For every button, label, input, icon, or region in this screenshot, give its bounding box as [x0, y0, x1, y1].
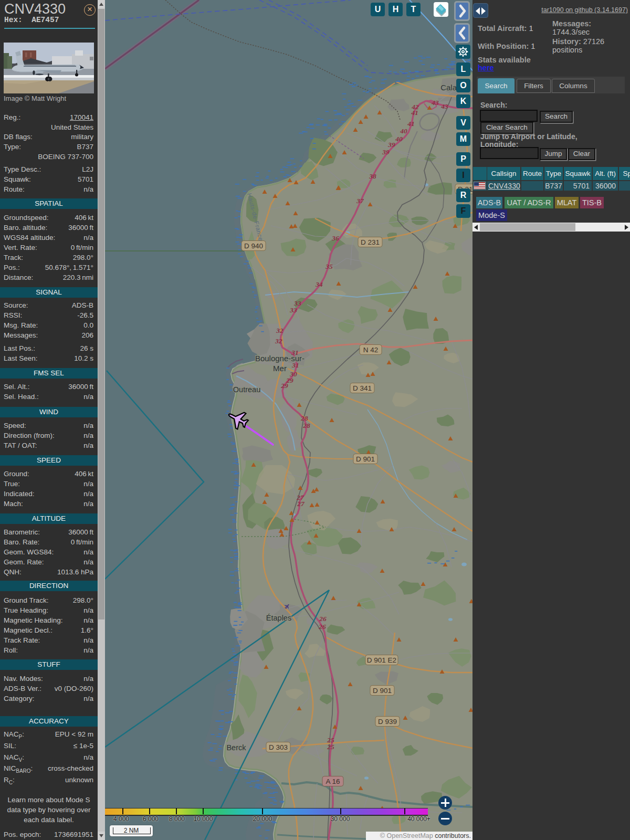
- svg-text:A 16: A 16: [326, 778, 340, 785]
- svg-text:26: 26: [319, 615, 327, 623]
- svg-text:28: 28: [300, 414, 308, 422]
- svg-text:38: 38: [369, 172, 376, 180]
- svg-text:D 939: D 939: [378, 718, 397, 726]
- svg-text:32: 32: [276, 327, 284, 334]
- svg-text:D 901: D 901: [373, 687, 392, 695]
- svg-text:43: 43: [431, 99, 439, 107]
- svg-text:37: 37: [356, 197, 364, 205]
- svg-text:41: 41: [411, 109, 418, 117]
- svg-text:39: 39: [382, 148, 390, 156]
- svg-text:39: 39: [387, 141, 395, 149]
- svg-text:33: 33: [289, 306, 297, 314]
- svg-text:29: 29: [280, 382, 288, 390]
- svg-text:Berck: Berck: [226, 743, 246, 752]
- svg-text:25: 25: [327, 743, 334, 751]
- svg-text:Mer: Mer: [273, 364, 287, 373]
- svg-text:28: 28: [302, 422, 310, 429]
- svg-text:Outreau: Outreau: [233, 385, 260, 394]
- svg-text:D 231: D 231: [361, 238, 380, 246]
- svg-text:40: 40: [400, 127, 407, 135]
- svg-text:N 42: N 42: [363, 346, 379, 354]
- svg-text:D 341: D 341: [353, 384, 372, 392]
- svg-text:43: 43: [440, 102, 448, 110]
- svg-text:40: 40: [395, 135, 403, 143]
- svg-text:D 901: D 901: [356, 455, 375, 463]
- svg-text:D 940: D 940: [244, 242, 263, 250]
- svg-text:35: 35: [325, 262, 333, 270]
- svg-text:Boulogne-sur-: Boulogne-sur-: [255, 354, 304, 363]
- svg-text:26: 26: [318, 623, 326, 631]
- svg-text:41: 41: [407, 120, 415, 128]
- svg-text:27: 27: [297, 500, 305, 508]
- svg-text:36: 36: [331, 234, 339, 242]
- svg-text:D 901 E2: D 901 E2: [367, 656, 396, 664]
- svg-text:34: 34: [315, 280, 323, 288]
- svg-text:32: 32: [275, 337, 282, 345]
- svg-text:D 303: D 303: [269, 743, 288, 751]
- svg-text:Étaples: Étaples: [266, 614, 291, 622]
